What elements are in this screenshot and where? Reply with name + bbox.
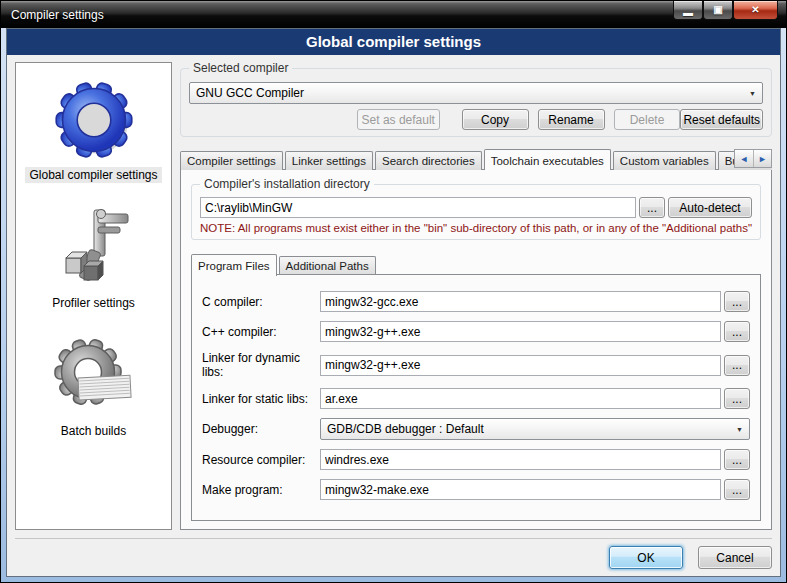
- main-panel: Selected compiler GNU GCC Compiler ▼ Set…: [180, 62, 772, 530]
- tab-compiler-settings[interactable]: Compiler settings: [180, 151, 283, 170]
- dialog-body: Global compiler settings: [6, 28, 781, 577]
- installation-directory-input[interactable]: [200, 197, 636, 218]
- close-button[interactable]: ✕: [733, 1, 778, 20]
- field-row-dynamic-linker: Linker for dynamic libs: ...: [202, 351, 750, 379]
- installation-note: NOTE: All programs must exist either in …: [200, 222, 752, 234]
- installation-directory-group: Compiler's installation directory ... Au…: [191, 184, 761, 240]
- auto-detect-button[interactable]: Auto-detect: [668, 197, 752, 218]
- field-row-cpp-compiler: C++ compiler: ...: [202, 321, 750, 342]
- sidebar-item-profiler-settings[interactable]: Profiler settings: [16, 195, 171, 323]
- compiler-buttons-row: Set as default Copy Rename Delete Reset …: [189, 109, 763, 130]
- compiler-settings-window: Compiler settings ▬ ▣ ✕ Global compiler …: [0, 0, 787, 583]
- field-row-c-compiler: C compiler: ...: [202, 291, 750, 312]
- tab-toolchain-executables[interactable]: Toolchain executables: [484, 149, 611, 170]
- field-label: C compiler:: [202, 295, 320, 309]
- titlebar[interactable]: Compiler settings ▬ ▣ ✕: [1, 1, 786, 28]
- compiler-select[interactable]: GNU GCC Compiler ▼: [189, 82, 763, 104]
- caption-buttons: ▬ ▣ ✕: [673, 1, 778, 20]
- debugger-select[interactable]: GDB/CDB debugger : Default ▼: [320, 418, 750, 440]
- selected-compiler-group-label: Selected compiler: [189, 61, 292, 75]
- tab-scroll-buttons: ◄ ►: [734, 149, 772, 168]
- browse-directory-button[interactable]: ...: [639, 197, 665, 218]
- resource-compiler-browse-button[interactable]: ...: [724, 449, 750, 470]
- copy-button[interactable]: Copy: [462, 109, 529, 130]
- sidebar-item-batch-builds[interactable]: Batch builds: [16, 323, 171, 451]
- tab-program-files[interactable]: Program Files: [191, 254, 277, 276]
- dynamic-linker-browse-button[interactable]: ...: [724, 355, 750, 376]
- minimize-icon: ▬: [683, 8, 693, 18]
- caliper-icon: [54, 205, 134, 291]
- field-label: Linker for dynamic libs:: [202, 351, 320, 379]
- c-compiler-input[interactable]: [320, 291, 721, 312]
- set-as-default-button[interactable]: Set as default: [357, 109, 440, 130]
- minimize-button[interactable]: ▬: [673, 1, 703, 20]
- settings-tabs: Compiler settings Linker settings Search…: [180, 146, 772, 170]
- cpp-compiler-input[interactable]: [320, 321, 721, 342]
- chevron-down-icon: ▼: [736, 426, 743, 433]
- field-row-static-linker: Linker for static libs: ...: [202, 388, 750, 409]
- tab-search-directories[interactable]: Search directories: [375, 151, 482, 170]
- blue-gear-icon: [52, 77, 136, 163]
- field-label: Make program:: [202, 483, 320, 497]
- c-compiler-browse-button[interactable]: ...: [724, 291, 750, 312]
- settings-category-list[interactable]: Global compiler settings: [15, 62, 172, 530]
- chevron-down-icon: ▼: [749, 90, 756, 97]
- tab-custom-variables[interactable]: Custom variables: [613, 151, 716, 170]
- compiler-select-value: GNU GCC Compiler: [196, 86, 304, 100]
- selected-compiler-group: Selected compiler GNU GCC Compiler ▼ Set…: [180, 68, 772, 137]
- tab-additional-paths[interactable]: Additional Paths: [279, 256, 376, 275]
- tab-linker-settings[interactable]: Linker settings: [285, 151, 373, 170]
- close-icon: ✕: [751, 5, 759, 15]
- field-label: Debugger:: [202, 422, 320, 436]
- sidebar-item-global-compiler-settings[interactable]: Global compiler settings: [16, 67, 171, 195]
- reset-defaults-button[interactable]: Reset defaults: [680, 109, 763, 130]
- maximize-icon: ▣: [713, 5, 722, 15]
- cancel-button[interactable]: Cancel: [698, 546, 772, 569]
- window-title: Compiler settings: [11, 8, 104, 22]
- program-files-panel: C compiler: ... C++ compiler:: [191, 274, 761, 521]
- page-title: Global compiler settings: [7, 29, 780, 55]
- field-label: Resource compiler:: [202, 453, 320, 467]
- field-row-debugger: Debugger: GDB/CDB debugger : Default ▼: [202, 418, 750, 440]
- installation-directory-row: ... Auto-detect: [200, 197, 752, 218]
- window-frame: Global compiler settings: [1, 28, 786, 582]
- toolchain-executables-panel: Compiler's installation directory ... Au…: [180, 169, 772, 530]
- resource-compiler-input[interactable]: [320, 449, 721, 470]
- program-tabs: Program Files Additional Paths: [191, 252, 761, 275]
- rename-button[interactable]: Rename: [538, 109, 605, 130]
- static-linker-browse-button[interactable]: ...: [724, 388, 750, 409]
- sidebar-item-label[interactable]: Batch builds: [57, 423, 130, 439]
- maximize-button[interactable]: ▣: [703, 1, 733, 20]
- content: Global compiler settings: [7, 55, 780, 530]
- make-program-input[interactable]: [320, 479, 721, 500]
- field-label: Linker for static libs:: [202, 392, 320, 406]
- static-linker-input[interactable]: [320, 388, 721, 409]
- delete-button[interactable]: Delete: [614, 109, 681, 130]
- dialog-footer: OK Cancel: [15, 538, 772, 576]
- tab-scroll-right-icon[interactable]: ►: [753, 150, 771, 167]
- field-row-make-program: Make program: ...: [202, 479, 750, 500]
- make-program-browse-button[interactable]: ...: [724, 479, 750, 500]
- field-label: C++ compiler:: [202, 325, 320, 339]
- gray-gear-papers-icon: [52, 333, 136, 419]
- field-row-resource-compiler: Resource compiler: ...: [202, 449, 750, 470]
- ok-button[interactable]: OK: [609, 546, 683, 569]
- sidebar-item-label[interactable]: Profiler settings: [48, 295, 139, 311]
- sidebar-item-label[interactable]: Global compiler settings: [25, 167, 161, 183]
- tab-scroll-left-icon[interactable]: ◄: [735, 150, 753, 167]
- cpp-compiler-browse-button[interactable]: ...: [724, 321, 750, 342]
- dynamic-linker-input[interactable]: [320, 355, 721, 376]
- installation-directory-group-label: Compiler's installation directory: [200, 177, 374, 191]
- debugger-select-value: GDB/CDB debugger : Default: [327, 422, 484, 436]
